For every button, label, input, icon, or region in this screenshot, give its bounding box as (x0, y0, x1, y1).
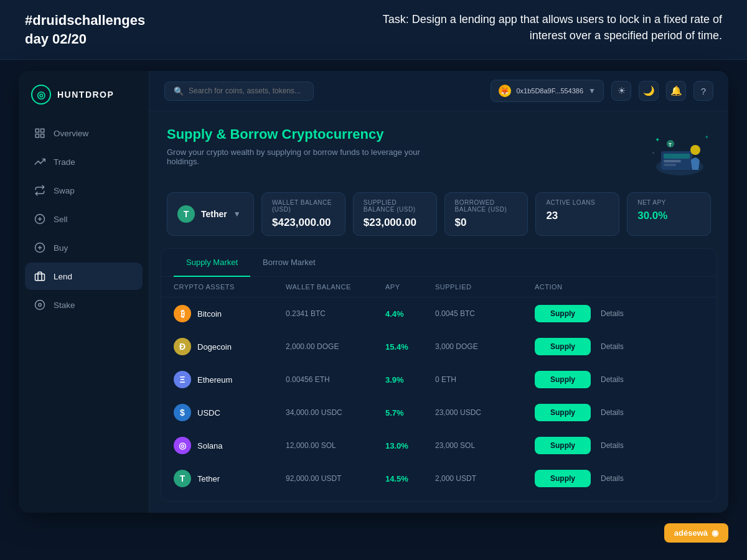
bell-icon-button[interactable]: 🔔 (666, 81, 686, 101)
hero-subtitle: Grow your crypto wealth by supplying or … (167, 147, 428, 166)
details-link-3[interactable]: Details (601, 408, 624, 417)
hero-text: Supply & Borrow Cryptocurrency Grow your… (167, 126, 428, 166)
swap-icon (34, 184, 46, 197)
details-link-1[interactable]: Details (601, 342, 624, 351)
svg-text:✦: ✦ (652, 151, 655, 155)
wallet-button[interactable]: 🦊 0x1b5D8a9F...554386 ▼ (491, 80, 604, 102)
balance-0: 0.2341 BTC (286, 309, 385, 318)
svg-text:✦: ✦ (655, 136, 660, 143)
main-content: 🔍 🦊 0x1b5D8a9F...554386 ▼ ☀ 🌙 🔔 ? Supply… (149, 71, 728, 513)
wallet-avatar: 🦊 (499, 85, 511, 97)
asset-cell-4: ◎ Solana (174, 437, 286, 454)
overview-icon (34, 127, 46, 139)
sidebar-label-lend: Lend (54, 272, 72, 281)
table-row: Ð Dogecoin 2,000.00 DOGE 15.4% 3,000 DOG… (161, 330, 716, 363)
help-icon-button[interactable]: ? (693, 81, 713, 101)
moon-icon-button[interactable]: 🌙 (639, 81, 659, 101)
details-link-0[interactable]: Details (601, 309, 624, 318)
table-row: Ξ Ethereum 0.00456 ETH 3.9% 0 ETH Supply… (161, 363, 716, 396)
balance-2: 0.00456 ETH (286, 375, 385, 384)
sidebar-item-swap[interactable]: Swap (25, 177, 143, 204)
stat-wallet-value: $423,000.00 (272, 217, 335, 229)
details-link-4[interactable]: Details (601, 441, 624, 450)
col-supplied: Supplied (435, 283, 535, 291)
stat-supplied-value: $23,000.00 (364, 217, 426, 229)
asset-icon-usdc: $ (174, 404, 191, 421)
stat-borrowed-label: Borrowed Balance (USD) (455, 199, 518, 213)
market-table: ₿ Bitcoin 0.2341 BTC 4.4% 0.0045 BTC Sup… (161, 297, 716, 501)
svg-rect-10 (35, 274, 45, 281)
asset-cell-3: $ USDC (174, 404, 286, 421)
sell-icon (34, 213, 46, 225)
balance-4: 12,000.00 SOL (286, 441, 385, 450)
search-input[interactable] (189, 86, 304, 95)
sidebar-item-sell[interactable]: Sell (25, 205, 143, 233)
sidebar-label-overview: Overview (54, 129, 88, 138)
supply-button-2[interactable]: Supply (535, 371, 591, 388)
table-row: T Tether 92,000.00 USDT 14.5% 2,000 USDT… (161, 462, 716, 495)
svg-point-18 (690, 145, 700, 155)
supplied-2: 0 ETH (435, 375, 535, 384)
banner-left: #druidschallenges day 02/20 (25, 11, 145, 48)
currency-selector[interactable]: T Tether ▼ (167, 192, 254, 236)
asset-icon-dogecoin: Ð (174, 338, 191, 355)
trade-icon (34, 156, 46, 168)
action-cell-0: Supply Details (535, 305, 647, 322)
sidebar-item-buy[interactable]: Buy (25, 234, 143, 261)
asset-cell-0: ₿ Bitcoin (174, 305, 286, 322)
asset-icon-tether: T (174, 470, 191, 487)
supply-button-3[interactable]: Supply (535, 404, 591, 421)
sidebar: ◎ HUNTDROP Overview Trade Swap Sell Buy … (19, 71, 149, 513)
banner-task: Task: Design a lending app that allows u… (361, 11, 722, 44)
sidebar-label-sell: Sell (54, 215, 68, 224)
svg-rect-17 (664, 164, 676, 166)
table-row: ◎ Solana 12,000.00 SOL 13.0% 23,000 SOL … (161, 429, 716, 462)
supplied-0: 0.0045 BTC (435, 309, 535, 318)
details-link-2[interactable]: Details (601, 375, 624, 384)
svg-text:T: T (669, 142, 672, 147)
sun-icon-button[interactable]: ☀ (611, 81, 631, 101)
asset-icon-ethereum: Ξ (174, 371, 191, 388)
stat-supplied-label: Supplied Balance (USD) (364, 199, 426, 213)
logo-area: ◎ HUNTDROP (19, 71, 149, 119)
sidebar-label-buy: Buy (54, 243, 68, 253)
svg-rect-1 (41, 129, 44, 133)
supply-button-5[interactable]: Supply (535, 470, 591, 487)
balance-5: 92,000.00 USDT (286, 474, 385, 483)
svg-text:✦: ✦ (705, 134, 709, 140)
asset-name-0: Bitcoin (197, 309, 222, 319)
sidebar-item-stake[interactable]: Stake (25, 291, 143, 319)
supplied-1: 3,000 DOGE (435, 342, 535, 351)
supplied-5: 2,000 USDT (435, 474, 535, 483)
topbar: 🔍 🦊 0x1b5D8a9F...554386 ▼ ☀ 🌙 🔔 ? (149, 71, 728, 111)
search-box[interactable]: 🔍 (164, 82, 314, 101)
sidebar-label-swap: Swap (54, 186, 75, 195)
lend-icon (34, 270, 46, 282)
supply-button-4[interactable]: Supply (535, 437, 591, 454)
stat-borrowed-balance: Borrowed Balance (USD) $0 (444, 192, 529, 236)
supply-button-0[interactable]: Supply (535, 305, 591, 322)
topbar-right: 🦊 0x1b5D8a9F...554386 ▼ ☀ 🌙 🔔 ? (491, 80, 713, 102)
tether-icon: T (177, 205, 195, 223)
details-link-5[interactable]: Details (601, 474, 624, 483)
sidebar-label-trade: Trade (54, 157, 75, 167)
stat-apy-label: Net APY (637, 199, 700, 206)
table-header: Crypto Assets Wallet Balance APY Supplie… (161, 277, 716, 297)
hero-title: Supply & Borrow Cryptocurrency (167, 126, 428, 142)
supply-button-1[interactable]: Supply (535, 338, 591, 355)
sidebar-item-overview[interactable]: Overview (25, 119, 143, 147)
col-balance: Wallet Balance (286, 283, 385, 291)
tab-borrow-market[interactable]: Borrow Market (250, 249, 328, 277)
asset-name-5: Tether (197, 474, 220, 483)
tab-supply-market[interactable]: Supply Market (174, 249, 250, 277)
app-container: ◎ HUNTDROP Overview Trade Swap Sell Buy … (19, 71, 728, 513)
sidebar-item-lend[interactable]: Lend (25, 263, 143, 290)
apy-1: 15.4% (385, 342, 435, 352)
table-row: $ USDC 34,000.00 USDC 5.7% 23,000 USDC S… (161, 396, 716, 429)
action-cell-5: Supply Details (535, 470, 647, 487)
action-cell-2: Supply Details (535, 371, 647, 388)
stat-active-loans: Active Loans 23 (535, 192, 619, 236)
apy-3: 5.7% (385, 408, 435, 418)
banner-hashtag: #druidschallenges (25, 11, 145, 30)
sidebar-item-trade[interactable]: Trade (25, 148, 143, 175)
